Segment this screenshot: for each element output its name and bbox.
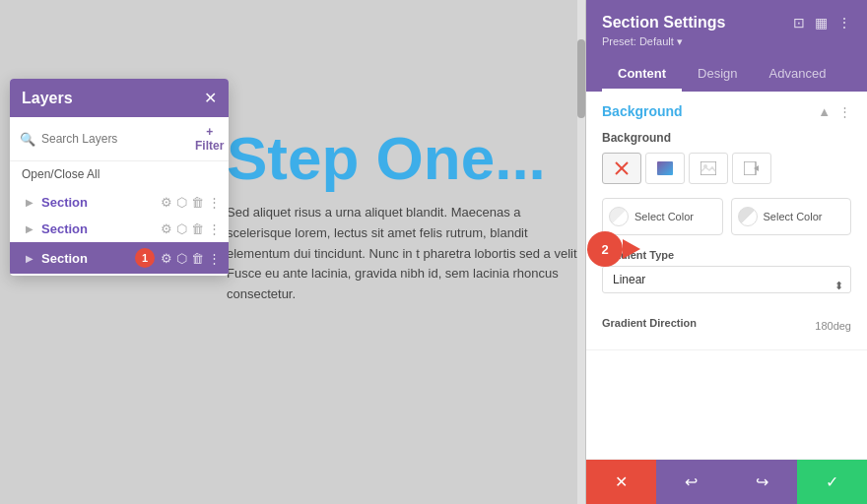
bg-type-image-button[interactable] (689, 153, 728, 184)
layer-delete-icon-2[interactable]: 🗑 (191, 221, 204, 236)
step-one-area: Step One... Sed aliquet risus a urna ali… (227, 128, 581, 305)
layer-badge-3: 1 (135, 248, 155, 268)
settings-header-icons: ⊡ ▦ ⋮ (793, 15, 851, 31)
layers-search-input[interactable] (41, 132, 189, 146)
layer-more-icon-2[interactable]: ⋮ (208, 221, 221, 236)
layers-panel-title: Layers (22, 90, 73, 107)
gradient-type-wrapper: Linear Radial (602, 266, 851, 305)
layers-open-close-button[interactable]: Open/Close All (10, 161, 229, 187)
bg-type-video-button[interactable] (732, 153, 771, 184)
layer-delete-icon-1[interactable]: 🗑 (191, 195, 204, 210)
scroll-thumb[interactable] (577, 39, 585, 118)
undo-button[interactable]: ↩ (656, 460, 726, 504)
gradient-direction-value: 180deg (815, 320, 851, 332)
bg-type-none-button[interactable] (602, 153, 641, 184)
gradient-direction-row: Gradient Direction 180deg (602, 317, 851, 334)
layer-duplicate-icon-2[interactable]: ⬡ (176, 221, 187, 236)
background-section-title: Background (602, 103, 683, 119)
layer-actions-1: ⚙ ⬡ 🗑 ⋮ (161, 195, 221, 210)
layer-settings-icon-3[interactable]: ⚙ (161, 251, 172, 266)
layers-close-button[interactable]: ✕ (204, 89, 217, 107)
layer-delete-icon-3[interactable]: 🗑 (191, 251, 204, 266)
layer-label-1: Section (41, 195, 155, 210)
layer-actions-3: ⚙ ⬡ 🗑 ⋮ (161, 251, 221, 266)
image-icon (700, 161, 716, 175)
gradient-direction-label: Gradient Direction (602, 317, 697, 329)
color-selector-2[interactable]: Select Color (731, 198, 852, 235)
background-section-icons: ▲ ⋮ (818, 104, 851, 119)
color-swatch-2 (738, 207, 758, 226)
settings-responsive-icon[interactable]: ⊡ (793, 15, 805, 31)
step-one-title: Step One... (227, 128, 581, 189)
settings-panel-title: Section Settings (602, 14, 725, 32)
save-button[interactable]: ✓ (797, 460, 867, 504)
layers-header: Layers ✕ (10, 79, 229, 117)
layer-duplicate-icon-1[interactable]: ⬡ (176, 195, 187, 210)
layers-search-bar: 🔍 + Filter (10, 117, 229, 161)
tab-design[interactable]: Design (682, 58, 753, 92)
settings-tabs: Content Design Advanced (602, 58, 851, 92)
layer-item-2[interactable]: ▶ Section ⚙ ⬡ 🗑 ⋮ (10, 216, 229, 242)
redo-button[interactable]: ↪ (727, 460, 797, 504)
video-icon (744, 161, 760, 175)
layer-more-icon-3[interactable]: ⋮ (208, 251, 221, 266)
gradient-type-select[interactable]: Linear Radial (602, 266, 851, 293)
scroll-indicator (577, 0, 585, 504)
layers-filter-button[interactable]: + Filter (195, 125, 224, 153)
background-collapse-icon[interactable]: ▲ (818, 104, 831, 119)
step-one-body: Sed aliquet risus a urna aliquet blandit… (227, 203, 581, 305)
svg-rect-2 (657, 161, 673, 175)
tab-content[interactable]: Content (602, 58, 682, 92)
layer-item-3[interactable]: ▶ Section 1 ⚙ ⬡ 🗑 ⋮ (10, 242, 229, 274)
settings-title-row: Section Settings ⊡ ▦ ⋮ (602, 14, 851, 32)
layer-expand-icon-3: ▶ (26, 253, 33, 264)
no-bg-icon (614, 160, 630, 176)
layer-label-3: Section (41, 251, 129, 266)
layer-more-icon-1[interactable]: ⋮ (208, 195, 221, 210)
bg-type-row (602, 153, 851, 184)
color-selectors: Select Color Select Color (602, 198, 851, 235)
layer-duplicate-icon-3[interactable]: ⬡ (176, 251, 187, 266)
layers-panel: Layers ✕ 🔍 + Filter Open/Close All ▶ Sec… (10, 79, 229, 276)
layer-label-2: Section (41, 221, 155, 236)
background-section-header: Background ▲ ⋮ (602, 103, 851, 119)
gradient-icon (657, 161, 673, 175)
layers-list: ▶ Section ⚙ ⬡ 🗑 ⋮ ▶ Section ⚙ ⬡ 🗑 ⋮ ▶ Se… (10, 187, 229, 276)
settings-more-icon[interactable]: ⋮ (837, 15, 851, 31)
color-selector-1[interactable]: Select Color (602, 198, 723, 235)
settings-layout-icon[interactable]: ▦ (815, 15, 828, 31)
bg-type-gradient-button[interactable] (645, 153, 685, 184)
background-section: Background ▲ ⋮ Background (586, 92, 867, 350)
settings-body: Background ▲ ⋮ Background (586, 92, 867, 459)
search-icon: 🔍 (20, 132, 35, 147)
color-swatch-1 (609, 207, 629, 226)
cancel-button[interactable]: ✕ (586, 460, 656, 504)
layer-settings-icon-1[interactable]: ⚙ (161, 195, 172, 210)
action-bar: ✕ ↩ ↪ ✓ (586, 459, 867, 504)
layer-settings-icon-2[interactable]: ⚙ (161, 221, 172, 236)
layer-actions-2: ⚙ ⬡ 🗑 ⋮ (161, 221, 221, 236)
tab-advanced[interactable]: Advanced (754, 58, 842, 92)
layer-item-1[interactable]: ▶ Section ⚙ ⬡ 🗑 ⋮ (10, 189, 229, 216)
layer-expand-icon-2: ▶ (26, 223, 33, 234)
background-label: Background (602, 131, 851, 145)
badge-2: 2 (587, 231, 623, 267)
settings-preset-label[interactable]: Preset: Default ▾ (602, 35, 851, 48)
background-options-icon[interactable]: ⋮ (838, 104, 851, 119)
settings-header: Section Settings ⊡ ▦ ⋮ Preset: Default ▾… (586, 0, 867, 92)
layer-expand-icon-1: ▶ (26, 197, 33, 208)
